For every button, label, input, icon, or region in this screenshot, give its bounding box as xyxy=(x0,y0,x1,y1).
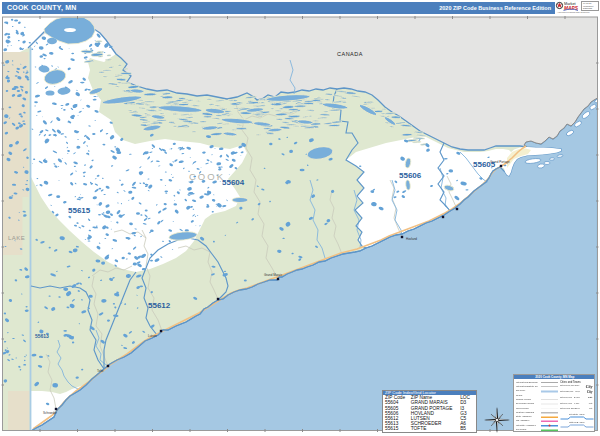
svg-text:Lutsen: Lutsen xyxy=(148,334,157,338)
svg-text:LAKE: LAKE xyxy=(8,235,25,241)
svg-text:55615: 55615 xyxy=(68,206,91,215)
svg-text:55604: 55604 xyxy=(222,178,245,187)
svg-text:CANADA: CANADA xyxy=(337,51,363,57)
svg-text:55606: 55606 xyxy=(399,171,422,180)
svg-text:Tofte: Tofte xyxy=(97,369,104,373)
svg-text:Schroeder: Schroeder xyxy=(43,411,57,415)
svg-text:55613: 55613 xyxy=(35,333,49,339)
svg-text:55605: 55605 xyxy=(473,160,496,169)
svg-text:Grand Marais: Grand Marais xyxy=(264,273,283,277)
svg-text:COOK: COOK xyxy=(189,171,225,182)
svg-text:55612: 55612 xyxy=(148,301,171,310)
svg-text:Hovland: Hovland xyxy=(406,237,417,241)
svg-text:America's Leading Map Resource: America's Leading Map Resource xyxy=(557,11,591,13)
